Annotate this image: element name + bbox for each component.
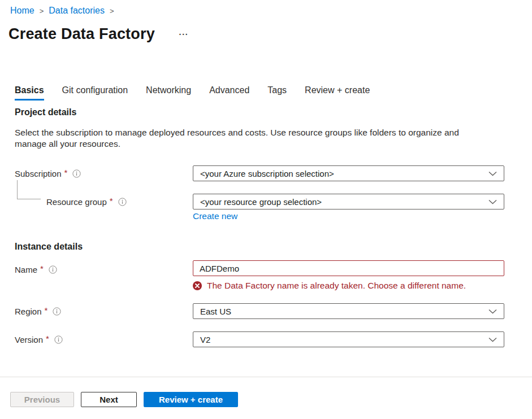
chevron-down-icon <box>488 171 497 176</box>
resource-group-label-text: Resource group <box>46 197 107 207</box>
tab-bar: Basics Git configuration Networking Adva… <box>15 85 370 101</box>
project-details-description: Select the subscription to manage deploy… <box>15 127 486 150</box>
tab-review-create[interactable]: Review + create <box>305 85 370 101</box>
required-asterisk: * <box>110 196 113 206</box>
info-icon[interactable] <box>53 307 61 316</box>
error-icon <box>193 281 202 290</box>
subscription-dropdown[interactable]: <your Azure subscription selection> <box>193 165 504 181</box>
info-icon[interactable] <box>49 265 57 274</box>
name-label-text: Name <box>15 265 37 274</box>
previous-button[interactable]: Previous <box>10 392 74 407</box>
info-icon[interactable] <box>54 335 63 344</box>
footer-divider <box>0 377 532 377</box>
review-create-button[interactable]: Review + create <box>144 392 238 407</box>
breadcrumb: Home > Data factories > <box>10 6 114 16</box>
required-asterisk: * <box>46 334 49 343</box>
chevron-down-icon <box>488 337 497 342</box>
chevron-right-icon: > <box>110 6 114 15</box>
region-label-text: Region <box>15 307 42 316</box>
section-heading-project-details: Project details <box>15 107 76 117</box>
subscription-label: Subscription * <box>15 168 81 179</box>
chevron-down-icon <box>488 199 497 204</box>
region-label: Region * <box>15 305 61 317</box>
version-dropdown[interactable]: V2 <box>193 331 504 347</box>
create-new-link[interactable]: Create new <box>193 211 237 221</box>
more-options-ellipsis-icon[interactable]: ··· <box>176 29 192 40</box>
version-label-text: Version <box>15 335 43 344</box>
chevron-right-icon: > <box>40 6 44 15</box>
tab-advanced[interactable]: Advanced <box>209 85 249 101</box>
tab-basics[interactable]: Basics <box>15 85 44 101</box>
resource-group-dropdown[interactable]: <your resource group selection> <box>193 194 504 210</box>
region-dropdown-value: East US <box>200 307 231 316</box>
tab-networking[interactable]: Networking <box>146 85 191 101</box>
chevron-down-icon <box>488 309 497 314</box>
required-asterisk: * <box>64 168 68 177</box>
parent-child-connector-line <box>17 180 41 199</box>
name-error: The Data Factory name is already taken. … <box>193 281 466 291</box>
name-error-text: The Data Factory name is already taken. … <box>207 281 466 291</box>
info-icon[interactable] <box>118 198 127 206</box>
tab-git-configuration[interactable]: Git configuration <box>62 85 128 101</box>
tab-tags[interactable]: Tags <box>267 85 287 101</box>
page-title: Create Data Factory <box>8 25 155 43</box>
resource-group-dropdown-value: <your resource group selection> <box>200 197 322 207</box>
breadcrumb-link-data-factories[interactable]: Data factories <box>49 6 105 16</box>
region-dropdown[interactable]: East US <box>193 303 504 319</box>
create-data-factory-page: Home > Data factories > Create Data Fact… <box>0 0 532 419</box>
resource-group-label: Resource group * <box>46 196 127 207</box>
required-asterisk: * <box>40 264 44 273</box>
next-button[interactable]: Next <box>81 392 137 407</box>
info-icon[interactable] <box>72 169 81 178</box>
version-label: Version * <box>15 334 63 345</box>
breadcrumb-link-home[interactable]: Home <box>10 6 34 16</box>
name-input[interactable] <box>193 260 504 276</box>
subscription-dropdown-value: <your Azure subscription selection> <box>200 169 334 178</box>
name-label: Name * <box>15 264 57 275</box>
subscription-label-text: Subscription <box>15 169 62 178</box>
section-heading-instance-details: Instance details <box>15 242 83 252</box>
required-asterisk: * <box>45 305 48 315</box>
version-dropdown-value: V2 <box>200 335 210 344</box>
